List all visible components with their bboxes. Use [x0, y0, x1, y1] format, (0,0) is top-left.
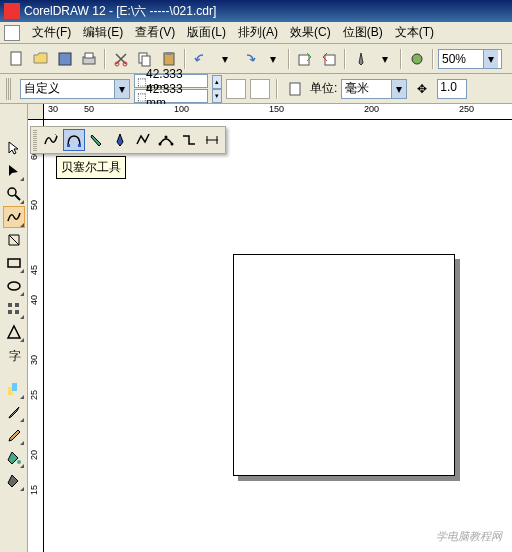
toolbox: 字: [0, 104, 28, 552]
corel-online-button[interactable]: [406, 48, 428, 70]
chevron-down-icon: ▾: [114, 80, 129, 98]
print-button[interactable]: [78, 48, 100, 70]
svg-rect-19: [15, 303, 19, 307]
ruler-tick: 50: [29, 200, 39, 210]
freehand-tool-btn[interactable]: [40, 129, 62, 151]
eyedropper-tool[interactable]: [3, 401, 25, 423]
ellipse-tool[interactable]: [3, 275, 25, 297]
redo-button[interactable]: [238, 48, 260, 70]
titlebar: CorelDRAW 12 - [E:\六 -----\021.cdr]: [0, 0, 512, 22]
page[interactable]: [233, 254, 455, 476]
polyline-tool-btn[interactable]: [132, 129, 154, 151]
property-bar: 自定义 ▾ ⬚ 42.333 mm ⬚ 42.333 mm ▴ ▾ 单位: 毫米…: [0, 74, 512, 104]
app-dropdown[interactable]: ▾: [374, 48, 396, 70]
horizontal-ruler[interactable]: 30 50 100 150 200 250: [44, 104, 512, 120]
import-button[interactable]: [294, 48, 316, 70]
smart-draw-tool[interactable]: [3, 229, 25, 251]
paper-preset-select[interactable]: 自定义 ▾: [20, 79, 130, 99]
chevron-down-icon: ▾: [483, 50, 498, 68]
vertical-ruler[interactable]: 60 50 45 40 30 25 20 15: [28, 120, 44, 552]
menu-edit[interactable]: 编辑(E): [77, 22, 129, 43]
pen-tool-btn[interactable]: [109, 129, 131, 151]
fill-tool[interactable]: [3, 447, 25, 469]
polygon-tool[interactable]: [3, 298, 25, 320]
blend-tool[interactable]: [3, 378, 25, 400]
nudge-icon: ✥: [411, 78, 433, 100]
ruler-tick: 200: [364, 104, 379, 114]
unit-label: 单位:: [310, 80, 337, 97]
outline-tool[interactable]: [3, 424, 25, 446]
redo-dropdown[interactable]: ▾: [262, 48, 284, 70]
ruler-corner[interactable]: [28, 104, 44, 120]
grip-icon[interactable]: [6, 78, 12, 100]
dimensions: ⬚ 42.333 mm ⬚ 42.333 mm: [134, 74, 208, 103]
menu-effects[interactable]: 效果(C): [284, 22, 337, 43]
menu-text[interactable]: 文本(T): [389, 22, 440, 43]
app-icon: [4, 3, 20, 19]
cut-button[interactable]: [110, 48, 132, 70]
menu-bitmap[interactable]: 位图(B): [337, 22, 389, 43]
new-button[interactable]: [6, 48, 28, 70]
zoom-tool[interactable]: [3, 183, 25, 205]
height-input[interactable]: ⬚ 42.333 mm: [134, 89, 208, 103]
svg-rect-21: [15, 310, 19, 314]
dimension-tool-btn[interactable]: [201, 129, 223, 151]
watermark: 学电脑教程网: [436, 529, 502, 544]
svg-rect-18: [8, 303, 12, 307]
spin-down-icon[interactable]: ▾: [212, 89, 222, 103]
svg-rect-16: [8, 259, 20, 267]
svg-rect-13: [290, 83, 300, 95]
doc-icon[interactable]: [4, 25, 20, 41]
menu-file[interactable]: 文件(F): [26, 22, 77, 43]
freehand-tool[interactable]: [3, 206, 25, 228]
menubar: 文件(F) 编辑(E) 查看(V) 版面(L) 排列(A) 效果(C) 位图(B…: [0, 22, 512, 44]
tooltip: 贝塞尔工具: [56, 156, 126, 179]
svg-point-29: [171, 143, 174, 146]
standard-toolbar: ▾ ▾ ▾ 50% ▾: [0, 44, 512, 74]
zoom-value: 50%: [442, 52, 466, 66]
svg-point-17: [8, 282, 20, 290]
ruler-tick: 100: [174, 104, 189, 114]
export-button[interactable]: [318, 48, 340, 70]
menu-layout[interactable]: 版面(L): [181, 22, 232, 43]
grip-icon[interactable]: [33, 129, 37, 151]
svg-rect-0: [11, 52, 21, 65]
unit-value: 毫米: [345, 80, 369, 97]
window-title: CorelDRAW 12 - [E:\六 -----\021.cdr]: [24, 3, 216, 20]
save-button[interactable]: [54, 48, 76, 70]
zoom-select[interactable]: 50% ▾: [438, 49, 502, 69]
unit-select[interactable]: 毫米 ▾: [341, 79, 407, 99]
undo-dropdown[interactable]: ▾: [214, 48, 236, 70]
app-launcher-button[interactable]: [350, 48, 372, 70]
page-button[interactable]: [284, 78, 306, 100]
ruler-tick: 50: [84, 104, 94, 114]
menu-arrange[interactable]: 排列(A): [232, 22, 284, 43]
open-button[interactable]: [30, 48, 52, 70]
chevron-down-icon: ▾: [391, 80, 406, 98]
nudge-input[interactable]: 1.0: [437, 79, 467, 99]
text-tool[interactable]: 字: [3, 344, 25, 366]
connector-tool-btn[interactable]: [178, 129, 200, 151]
bezier-tool-btn[interactable]: [63, 129, 85, 151]
3point-curve-btn[interactable]: [155, 129, 177, 151]
preset-value: 自定义: [24, 80, 60, 97]
spin-up-icon[interactable]: ▴: [212, 75, 222, 89]
ruler-tick: 250: [459, 104, 474, 114]
ruler-tick: 20: [29, 450, 39, 460]
interactive-fill-tool[interactable]: [3, 470, 25, 492]
svg-rect-7: [142, 56, 150, 66]
svg-rect-20: [8, 310, 12, 314]
svg-point-28: [159, 143, 162, 146]
landscape-button[interactable]: [250, 79, 270, 99]
portrait-button[interactable]: [226, 79, 246, 99]
rectangle-tool[interactable]: [3, 252, 25, 274]
svg-point-30: [165, 136, 168, 139]
basic-shapes-tool[interactable]: [3, 321, 25, 343]
shape-tool[interactable]: [3, 160, 25, 182]
pick-tool[interactable]: [3, 137, 25, 159]
svg-rect-24: [12, 383, 17, 391]
dimension-spinner[interactable]: ▴ ▾: [212, 75, 222, 103]
menu-view[interactable]: 查看(V): [129, 22, 181, 43]
artistic-media-btn[interactable]: [86, 129, 108, 151]
svg-text:字: 字: [9, 349, 21, 363]
